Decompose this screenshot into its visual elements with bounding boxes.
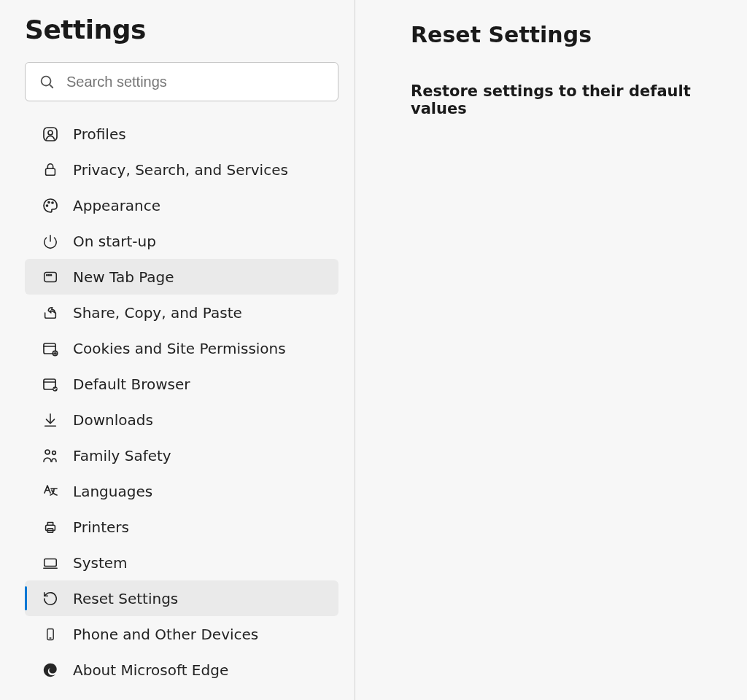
svg-point-0 [42,77,51,86]
svg-rect-2 [44,128,57,141]
profile-icon [41,125,60,144]
sidebar-item-startup[interactable]: On start-up [25,223,338,259]
browser-check-icon [41,375,60,394]
svg-point-5 [47,205,48,206]
sidebar-item-label: Share, Copy, and Paste [73,304,242,322]
window-icon [41,268,60,287]
sidebar-item-reset[interactable]: Reset Settings [25,580,338,616]
main-content: Reset Settings Restore settings to their… [355,0,747,700]
reset-restore-option[interactable]: Restore settings to their default values [411,82,718,117]
search-field[interactable] [25,62,338,101]
sidebar-item-label: Phone and Other Devices [73,626,258,643]
svg-rect-23 [46,525,55,530]
share-icon [41,303,60,322]
printer-icon [41,518,60,537]
svg-line-1 [50,85,53,88]
download-icon [41,411,60,429]
sidebar-item-label: About Microsoft Edge [73,661,228,679]
app-root: Settings Profiles Privacy, Search, and S… [0,0,747,700]
sidebar-item-system[interactable]: System [25,545,338,580]
sidebar-item-label: Printers [73,518,129,536]
search-input[interactable] [55,74,325,90]
svg-point-22 [53,451,56,454]
sidebar-item-privacy[interactable]: Privacy, Search, and Services [25,152,338,187]
sidebar-item-appearance[interactable]: Appearance [25,187,338,223]
power-icon [41,232,60,251]
sidebar-item-label: System [73,554,128,572]
reset-icon [41,589,60,608]
phone-icon [41,625,60,644]
svg-rect-4 [46,168,55,175]
svg-point-7 [52,202,53,203]
lock-icon [41,160,60,179]
sidebar-title: Settings [25,15,338,44]
sidebar-item-label: Reset Settings [73,590,178,607]
palette-icon [41,196,60,215]
svg-point-21 [45,450,50,454]
sidebar-item-label: Downloads [73,411,153,429]
svg-point-10 [47,274,47,275]
sidebar-item-newtab[interactable]: New Tab Page [25,259,338,295]
sidebar-item-label: Default Browser [73,376,190,393]
sidebar-item-label: Family Safety [73,447,171,464]
search-icon [39,74,55,90]
language-icon [41,482,60,501]
svg-point-11 [48,274,49,275]
family-icon [41,446,60,465]
settings-sidebar: Settings Profiles Privacy, Search, and S… [0,0,355,700]
sidebar-item-profiles[interactable]: Profiles [25,116,338,152]
page-heading: Reset Settings [411,22,718,47]
sidebar-item-downloads[interactable]: Downloads [25,402,338,438]
sidebar-item-label: On start-up [73,233,156,250]
sidebar-item-languages[interactable]: Languages [25,473,338,509]
sidebar-item-phone[interactable]: Phone and Other Devices [25,616,338,652]
svg-point-3 [48,131,53,135]
sidebar-item-printers[interactable]: Printers [25,509,338,545]
svg-point-12 [50,274,51,275]
option-label: Restore settings to their default values [411,82,691,117]
sidebar-item-label: New Tab Page [73,268,174,286]
sidebar-item-family[interactable]: Family Safety [25,438,338,473]
sidebar-item-label: Privacy, Search, and Services [73,161,288,179]
sidebar-item-share[interactable]: Share, Copy, and Paste [25,295,338,330]
sidebar-item-cookies[interactable]: Cookies and Site Permissions [25,330,338,366]
sidebar-item-label: Languages [73,483,152,500]
sidebar-item-label: Appearance [73,197,160,214]
system-icon [41,553,60,572]
sidebar-nav: Profiles Privacy, Search, and Services A… [25,116,338,688]
edge-icon [41,661,60,680]
svg-rect-25 [44,559,57,566]
sidebar-item-about[interactable]: About Microsoft Edge [25,652,338,688]
svg-rect-9 [44,272,57,281]
sidebar-item-label: Profiles [73,125,126,143]
svg-point-6 [48,201,50,203]
sidebar-item-label: Cookies and Site Permissions [73,340,286,357]
sidebar-item-default-browser[interactable]: Default Browser [25,366,338,402]
cookies-icon [41,339,60,358]
